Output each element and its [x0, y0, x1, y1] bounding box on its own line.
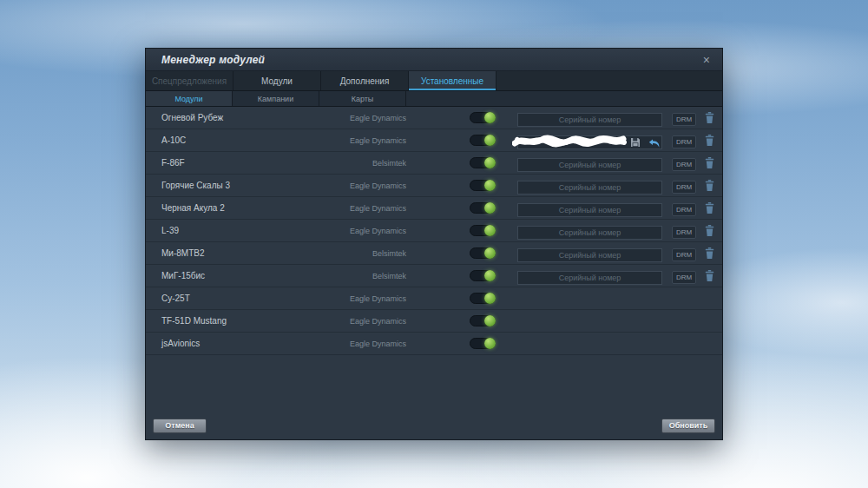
module-list: Огневой РубежEagle DynamicsDRMA-10CEagle…	[146, 107, 722, 355]
update-button[interactable]: Обновить	[661, 419, 715, 433]
trash-cell	[703, 270, 715, 281]
serial-number-input[interactable]	[517, 248, 662, 262]
trash-icon[interactable]	[705, 112, 714, 123]
module-enabled-toggle[interactable]	[470, 338, 496, 349]
drm-cell: DRM	[672, 245, 696, 262]
toggle-cell	[470, 202, 496, 214]
trash-icon[interactable]	[705, 157, 714, 168]
module-name: МиГ-15бис	[161, 271, 283, 280]
toggle-cell	[470, 247, 496, 259]
serial-number-input[interactable]	[517, 181, 662, 195]
module-enabled-toggle[interactable]	[470, 112, 496, 123]
save-icon[interactable]	[630, 135, 641, 151]
toggle-knob	[484, 202, 496, 214]
module-name: Горячие Скалы 3	[161, 181, 283, 190]
serial-cell	[517, 291, 662, 307]
trash-cell	[703, 135, 715, 146]
drm-cell: DRM	[672, 109, 696, 127]
toggle-cell	[470, 225, 496, 236]
toggle-cell	[470, 293, 496, 304]
toggle-knob	[484, 157, 496, 168]
tab-modules[interactable]: Модули	[233, 71, 321, 90]
drm-button[interactable]: DRM	[672, 181, 696, 194]
trash-icon[interactable]	[705, 135, 714, 146]
subtab-modules[interactable]: Модули	[146, 91, 233, 106]
subtab-maps[interactable]: Карты	[319, 91, 406, 106]
serial-number-input[interactable]	[517, 271, 662, 285]
module-enabled-toggle[interactable]	[470, 315, 496, 326]
module-manager-window: Менеджер модулей × Спецпредложения Модул…	[145, 48, 723, 440]
drm-button[interactable]: DRM	[672, 271, 696, 284]
serial-number-input[interactable]	[517, 113, 662, 127]
serial-number-input[interactable]	[517, 203, 662, 217]
module-name: Су-25Т	[161, 293, 283, 303]
module-enabled-toggle[interactable]	[470, 135, 496, 146]
undo-icon[interactable]	[648, 136, 661, 152]
serial-cell	[517, 313, 662, 329]
toggle-cell	[470, 338, 496, 349]
module-name: Черная Акула 2	[161, 203, 283, 213]
module-name: Ми-8МТВ2	[161, 248, 283, 258]
toggle-cell	[470, 180, 496, 191]
toggle-knob	[484, 247, 496, 259]
serial-cell	[517, 201, 662, 216]
module-name: F-86F	[161, 158, 283, 168]
module-enabled-toggle[interactable]	[470, 293, 496, 304]
titlebar[interactable]: Менеджер модулей ×	[146, 49, 722, 71]
toggle-cell	[470, 112, 496, 123]
module-row: Черная Акула 2Eagle DynamicsDRM	[146, 197, 722, 220]
module-enabled-toggle[interactable]	[470, 225, 496, 236]
serial-cell	[517, 336, 662, 352]
toggle-knob	[484, 293, 496, 304]
drm-button[interactable]: DRM	[672, 113, 696, 126]
module-row: Ми-8МТВ2BelsimtekDRM	[146, 242, 722, 265]
drm-button[interactable]: DRM	[672, 203, 696, 216]
trash-cell	[703, 202, 715, 214]
footer-bar: Отмена Обновить	[146, 417, 722, 434]
trash-icon[interactable]	[705, 202, 714, 214]
toggle-knob	[484, 338, 496, 349]
toggle-cell	[470, 135, 496, 146]
close-icon[interactable]: ×	[700, 52, 713, 68]
tab-addons[interactable]: Дополнения	[321, 71, 409, 90]
module-row: Су-25ТEagle Dynamics	[146, 287, 722, 310]
tab-installed[interactable]: Установленные	[409, 71, 496, 90]
subtab-campaigns[interactable]: Кампании	[233, 91, 319, 106]
module-name: L-39	[161, 226, 283, 235]
drm-button[interactable]: DRM	[672, 226, 696, 239]
module-developer: Eagle Dynamics	[283, 136, 406, 145]
module-enabled-toggle[interactable]	[470, 157, 496, 168]
module-developer: Belsimtek	[283, 272, 406, 280]
module-name: TF-51D Mustang	[161, 316, 283, 326]
serial-number-input[interactable]	[517, 226, 662, 240]
toggle-knob	[484, 112, 496, 123]
module-row: TF-51D MustangEagle Dynamics	[146, 310, 722, 333]
module-enabled-toggle[interactable]	[470, 270, 496, 281]
serial-cell	[517, 223, 662, 239]
toggle-knob	[484, 180, 496, 191]
drm-button[interactable]: DRM	[672, 135, 696, 148]
module-row: Горячие Скалы 3Eagle DynamicsDRM	[146, 175, 722, 197]
serial-cell	[517, 246, 662, 261]
module-enabled-toggle[interactable]	[470, 202, 496, 214]
trash-icon[interactable]	[705, 247, 714, 259]
drm-button[interactable]: DRM	[672, 248, 696, 261]
module-row: F-86FBelsimtekDRM	[146, 152, 722, 175]
toggle-knob	[484, 225, 496, 236]
module-row: Огневой РубежEagle DynamicsDRM	[146, 107, 722, 129]
trash-icon[interactable]	[705, 270, 714, 281]
tab-special-offers[interactable]: Спецпредложения	[146, 71, 233, 90]
module-enabled-toggle[interactable]	[470, 180, 496, 191]
toggle-knob	[484, 270, 496, 281]
module-developer: Belsimtek	[283, 249, 406, 258]
drm-cell: DRM	[672, 222, 696, 240]
trash-icon[interactable]	[705, 225, 714, 236]
module-enabled-toggle[interactable]	[470, 247, 496, 259]
module-name: A-10C	[161, 135, 283, 145]
serial-number-input[interactable]	[517, 158, 662, 172]
drm-button[interactable]: DRM	[672, 158, 696, 171]
sub-tab-bar: Модули Кампании Карты	[146, 91, 722, 107]
toggle-cell	[470, 315, 496, 326]
cancel-button[interactable]: Отмена	[153, 419, 207, 433]
trash-icon[interactable]	[705, 180, 714, 191]
